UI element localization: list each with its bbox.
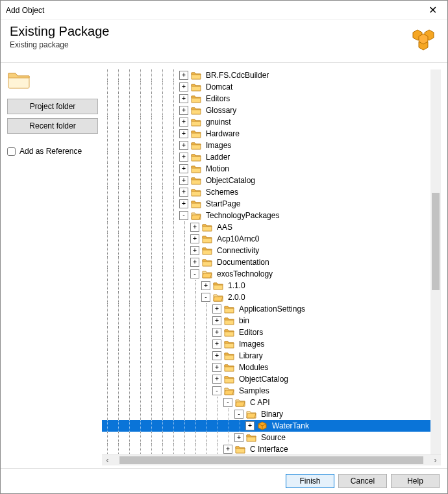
tree-row[interactable]: +1.1.0 [102,280,438,291]
tree-item-label: ObjectCatalog [204,175,257,186]
tree-row[interactable]: +Motion [102,163,438,175]
tree-item-label: Motion [204,164,231,174]
tree-item-label: ObjectCatalog [237,374,290,384]
tree-row[interactable]: +Editors [102,93,438,105]
expand-icon[interactable]: + [179,106,188,115]
tree-row[interactable]: -TechnologyPackages [102,210,438,221]
collapse-icon[interactable]: - [190,269,199,278]
tree-row[interactable]: +Acp10Arnc0 [102,233,438,245]
tree-row[interactable]: +AAS [102,221,438,233]
expand-icon[interactable]: + [179,188,188,197]
add-as-reference-row[interactable]: Add as Reference [7,147,98,156]
expand-icon[interactable]: + [212,351,221,360]
vertical-scroll-thumb[interactable] [432,193,440,290]
expand-icon[interactable]: + [179,94,188,103]
expand-icon[interactable]: + [179,176,188,185]
expand-icon[interactable]: + [190,258,199,267]
tree-row[interactable]: +ObjectCatalog [102,373,438,385]
tree-row[interactable]: +Source [102,432,438,443]
tree-item-label: Binary [259,409,285,419]
tree-row[interactable]: -2.0.0 [102,291,438,303]
tree-row[interactable]: +Images [102,338,438,350]
tree-row[interactable]: -exosTechnology [102,268,438,280]
tree-row[interactable]: +Modules [102,362,438,373]
collapse-icon[interactable]: - [234,410,243,419]
expand-icon[interactable]: + [223,445,232,454]
tree-row[interactable]: +Schemes [102,186,438,198]
expand-icon[interactable]: + [212,340,221,349]
horizontal-scroll-thumb[interactable] [119,456,423,464]
recent-folder-button[interactable]: Recent folder [7,118,98,134]
expand-icon[interactable]: + [212,363,221,372]
tree-row[interactable]: -Samples [102,385,438,397]
tree-row[interactable]: +ObjectCatalog [102,175,438,186]
expand-icon[interactable]: + [179,82,188,92]
page-subtitle: Existing package [10,40,408,49]
project-folder-button[interactable]: Project folder [7,99,98,114]
tree-row[interactable]: +bin [102,315,438,327]
add-as-reference-checkbox[interactable] [7,147,16,156]
collapse-icon[interactable]: - [212,386,221,395]
expand-icon[interactable]: + [190,246,199,255]
collapse-icon[interactable]: - [179,211,188,220]
tree-row[interactable]: -Binary [102,408,438,420]
tree-item-label: Modules [237,362,270,373]
expand-icon[interactable]: + [212,375,221,384]
tree-row[interactable]: +Glossary [102,105,438,116]
finish-button[interactable]: Finish [286,474,334,488]
expand-icon[interactable]: + [179,117,188,127]
collapse-icon[interactable]: - [223,398,232,407]
tree-item-label: WaterTank [270,421,311,431]
tree-row[interactable]: +Ladder [102,151,438,163]
sidebar: Project folder Recent folder Add as Refe… [7,69,98,465]
expand-icon[interactable]: + [179,199,188,208]
tree-row[interactable]: +Connectivity [102,245,438,256]
scroll-right-icon[interactable]: › [430,455,441,465]
expand-icon[interactable]: + [190,234,199,243]
vertical-scrollbar[interactable] [430,69,441,454]
tree-row[interactable]: +gnuinst [102,116,438,128]
expand-icon[interactable]: + [190,223,199,232]
expand-icon[interactable]: + [245,421,255,430]
close-icon[interactable]: ✕ [423,3,442,18]
tree-row[interactable]: +WaterTank [102,420,438,432]
collapse-icon[interactable]: - [201,293,210,302]
tree-row[interactable]: -C API [102,397,438,408]
expand-icon[interactable]: + [179,153,188,162]
tree-item-label: AAS [215,222,234,232]
expand-icon[interactable]: + [212,316,221,325]
tree-row[interactable]: +Documentation [102,256,438,268]
tree-row[interactable]: +BR.FS.CdcBuilder [102,69,438,81]
tree-row[interactable]: +Domcat [102,81,438,93]
expand-icon[interactable]: + [179,71,188,80]
expand-icon[interactable]: + [234,433,243,442]
tree-row[interactable]: +ApplicationSettings [102,303,438,315]
expand-icon[interactable]: + [179,141,188,150]
tree-row[interactable]: +Images [102,140,438,151]
package-tree[interactable]: +BR.FS.CdcBuilder+Domcat+Editors+Glossar… [102,69,441,454]
expand-icon[interactable]: + [212,304,221,314]
folder-large-icon [7,69,98,91]
svg-marker-3 [419,34,428,44]
scroll-left-icon[interactable]: ‹ [102,455,113,465]
expand-icon[interactable]: + [179,164,188,173]
tree-row[interactable]: +Editors [102,327,438,338]
tree-item-label: ApplicationSettings [237,304,307,314]
expand-icon[interactable]: + [179,129,188,138]
expand-icon[interactable]: + [212,328,221,337]
tree-row[interactable]: +Library [102,350,438,362]
tree-item-label: Connectivity [215,245,261,256]
cancel-button[interactable]: Cancel [338,474,387,488]
expand-icon[interactable]: + [201,281,210,290]
tree-item-label: 1.1.0 [226,280,247,291]
tree-item-label: Ladder [204,152,232,162]
tree-row[interactable]: +StartPage [102,198,438,210]
tree-item-label: Editors [204,93,232,104]
tree-row[interactable]: +C Interface [102,443,438,454]
horizontal-scrollbar[interactable]: ‹ › [102,454,441,465]
dialog-header: Existing Package Existing package [1,20,447,63]
tree-item-label: exosTechnology [215,269,275,279]
tree-row[interactable]: +Hardware [102,128,438,140]
tree-item-label: Editors [237,327,265,338]
help-button[interactable]: Help [391,474,440,488]
